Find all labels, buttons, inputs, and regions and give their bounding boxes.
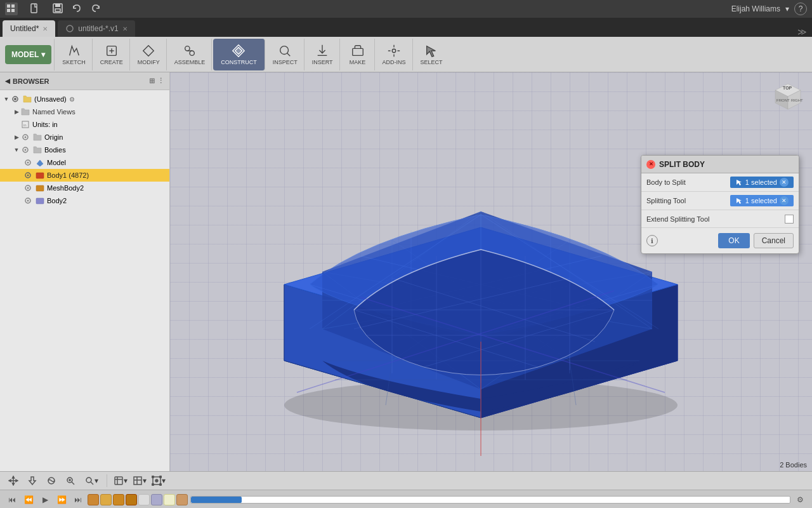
svg-point-19 — [392, 49, 396, 53]
select-button[interactable]: SELECT — [417, 40, 447, 69]
body-to-split-clear[interactable]: ✕ — [780, 178, 789, 187]
origin-arrow[interactable]: ▶ — [13, 133, 20, 141]
create-button[interactable]: CREATE — [96, 40, 127, 69]
sprite-4[interactable] — [126, 494, 137, 505]
tab-close-untitled[interactable]: ✕ — [43, 25, 48, 32]
split-dialog-header: ✕ SPLIT BODY — [641, 156, 799, 173]
make-group: MAKE — [341, 39, 375, 70]
model-visibility-icon[interactable] — [23, 157, 33, 168]
tree-model[interactable]: Model — [0, 156, 169, 169]
svg-point-107 — [155, 479, 158, 482]
addins-button[interactable]: ADD-INS — [379, 40, 410, 69]
orbit-tool-btn[interactable] — [43, 473, 60, 488]
svg-rect-0 — [7, 4, 10, 8]
dialog-close-btn[interactable]: ✕ — [646, 160, 655, 169]
tab-close-v1[interactable]: ✕ — [122, 25, 128, 32]
grid-btn[interactable]: ▾ — [131, 473, 148, 488]
sidebar-collapse-icon[interactable]: ◀ — [5, 77, 10, 84]
user-chevron[interactable]: ▾ — [785, 4, 789, 13]
move-tool-btn[interactable] — [5, 473, 22, 488]
sidebar-dots-icon[interactable]: ⋮ — [157, 77, 164, 85]
animation-track[interactable] — [190, 496, 790, 504]
dialog-info-icon[interactable]: ℹ — [646, 235, 658, 246]
insert-button[interactable]: INSERT — [308, 40, 337, 69]
root-visibility-icon[interactable] — [10, 94, 20, 104]
tab-expand-icon[interactable]: ≫ — [797, 27, 807, 37]
tab-untitled[interactable]: Untitled* ✕ — [3, 20, 55, 37]
sprite-2[interactable] — [100, 494, 112, 505]
anim-last-btn[interactable]: ⏭ — [71, 493, 85, 507]
zoom-dropdown-btn[interactable]: ▾ — [81, 473, 102, 488]
tree-meshbody2[interactable]: MeshBody2 — [0, 182, 169, 194]
svg-marker-93 — [9, 480, 11, 482]
viewport[interactable]: TOP FRONT RIGHT ✕ SPLIT BODY Body to Spl… — [170, 72, 812, 471]
sprite-5[interactable] — [138, 494, 150, 505]
named-views-arrow[interactable]: ▶ — [13, 108, 20, 116]
sprite-8[interactable] — [176, 494, 188, 505]
svg-point-31 — [27, 175, 29, 177]
file-menu[interactable] — [25, 1, 44, 17]
units-label: Units: in — [32, 121, 58, 128]
bodies-arrow[interactable]: ▼ — [13, 146, 20, 154]
tab-v1[interactable]: untitled-*.v1 ✕ — [58, 20, 134, 37]
main-area: ◀ BROWSER ⊞ ⋮ ▼ (Unsaved) ⚙ — [0, 72, 812, 471]
tree-bodies[interactable]: ▼ Bodies — [0, 144, 169, 156]
body2-visibility-icon[interactable] — [23, 196, 33, 206]
snap-btn[interactable]: ▾ — [150, 473, 167, 488]
construct-label: CONSTRUCT — [221, 59, 257, 65]
anim-next-btn[interactable]: ⏩ — [55, 493, 69, 507]
root-expand-arrow[interactable]: ▼ — [3, 95, 10, 103]
tree-origin[interactable]: ▶ Origin — [0, 131, 169, 144]
ok-button[interactable]: OK — [718, 233, 749, 248]
modify-icon — [141, 44, 155, 58]
root-settings-icon[interactable]: ⚙ — [69, 96, 75, 103]
animation-bar: ⏮ ⏪ ▶ ⏩ ⏭ ⚙ — [0, 490, 812, 508]
sidebar-expand-icon[interactable]: ⊞ — [149, 77, 155, 85]
inspect-button[interactable]: INSPECT — [269, 40, 301, 69]
assemble-button[interactable]: ASSEMBLE — [171, 40, 209, 69]
splitting-tool-clear[interactable]: ✕ — [780, 196, 789, 205]
svg-point-118 — [166, 496, 174, 505]
body-to-split-value[interactable]: 1 selected ✕ — [730, 177, 794, 188]
splitting-tool-value[interactable]: 1 selected ✕ — [730, 195, 794, 206]
sketch-button[interactable]: SKETCH — [58, 40, 89, 69]
tree-body1[interactable]: Body1 (4872) — [0, 169, 169, 182]
sprite-1[interactable] — [88, 494, 99, 505]
body1-visibility-icon[interactable] — [23, 170, 33, 180]
origin-visibility-icon[interactable] — [20, 132, 30, 142]
model-button[interactable]: MODEL ▾ — [5, 45, 51, 64]
construct-button[interactable]: CONSTRUCT — [217, 40, 261, 69]
bodies-label: Bodies — [44, 146, 66, 154]
undo-icon[interactable] — [71, 3, 82, 16]
bodies-visibility-icon[interactable] — [20, 145, 30, 155]
modify-button[interactable]: MODIFY — [134, 40, 164, 69]
animation-thumb[interactable] — [191, 497, 242, 503]
extend-checkbox[interactable] — [785, 215, 794, 224]
cancel-button[interactable]: Cancel — [754, 233, 794, 248]
help-icon[interactable]: ? — [794, 3, 807, 15]
svg-point-112 — [89, 496, 98, 505]
svg-point-114 — [115, 496, 124, 505]
axis-widget[interactable]: TOP FRONT RIGHT — [769, 77, 807, 116]
anim-play-btn[interactable]: ▶ — [38, 493, 52, 507]
tree-body2[interactable]: Body2 — [0, 194, 169, 207]
make-button[interactable]: MAKE — [344, 40, 372, 69]
svg-marker-94 — [16, 480, 18, 482]
tree-root-item[interactable]: ▼ (Unsaved) ⚙ — [0, 93, 169, 105]
meshbody2-visibility-icon[interactable] — [23, 183, 33, 193]
tree-units[interactable]: in Units: in — [0, 118, 169, 131]
redo-icon[interactable] — [90, 3, 102, 16]
anim-prev-btn[interactable]: ⏪ — [22, 493, 36, 507]
sprite-3[interactable] — [113, 494, 124, 505]
app-grid-icon[interactable] — [5, 3, 18, 15]
anim-settings-btn[interactable]: ⚙ — [793, 493, 807, 507]
save-icon[interactable] — [52, 3, 63, 16]
zoom-tool-btn[interactable] — [62, 473, 79, 488]
tree-named-views[interactable]: ▶ Named Views — [0, 105, 169, 118]
sprite-6[interactable] — [151, 494, 162, 505]
display-mode-btn[interactable]: ▾ — [112, 473, 129, 488]
anim-first-btn[interactable]: ⏮ — [5, 493, 19, 507]
sprite-7[interactable] — [164, 494, 175, 505]
svg-marker-91 — [13, 476, 15, 478]
pan-tool-btn[interactable] — [24, 473, 41, 488]
